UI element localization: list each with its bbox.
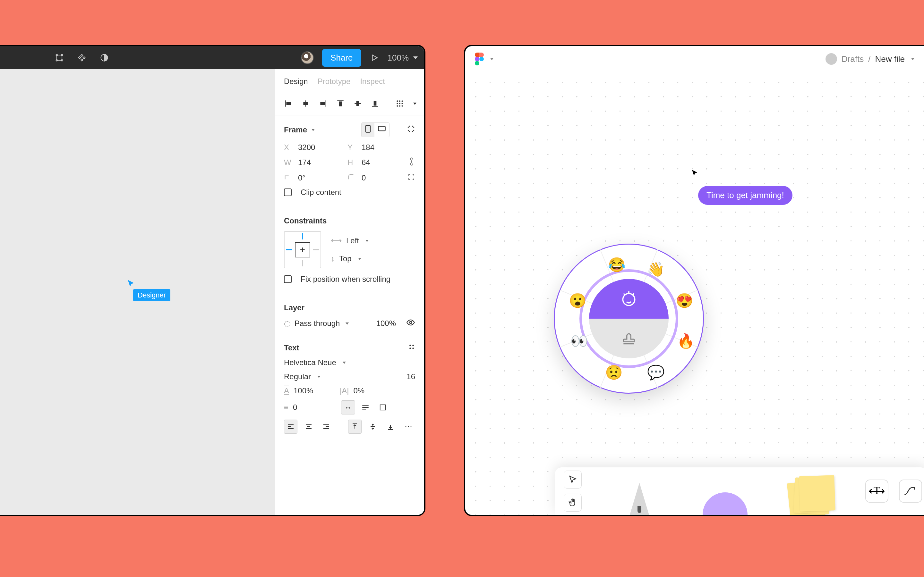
x-input[interactable]: 3200 [298, 143, 333, 152]
fixed-size-icon[interactable] [376, 400, 390, 414]
w-input[interactable]: 174 [298, 158, 333, 167]
text-align-top-icon[interactable] [348, 420, 362, 434]
resize-to-fit-icon[interactable] [407, 125, 415, 135]
tab-design[interactable]: Design [284, 77, 308, 86]
zoom-level[interactable]: 100% [388, 53, 418, 63]
portrait-icon[interactable] [362, 123, 375, 137]
constraints-widget[interactable]: + [284, 231, 321, 268]
figjam-header: Drafts / New file [465, 46, 924, 72]
text-styles-icon[interactable] [408, 343, 415, 352]
auto-width-icon[interactable]: ↔ [341, 400, 355, 414]
svg-point-23 [401, 103, 403, 104]
emoji-heart-eyes[interactable]: 😍 [676, 293, 692, 309]
constraint-h-icon: ⟷ [331, 236, 342, 245]
emoji-surprised[interactable]: 😮 [570, 293, 586, 309]
breadcrumb-drafts[interactable]: Drafts [842, 54, 864, 64]
figjam-user-avatar[interactable] [825, 53, 837, 65]
rotation-icon [284, 173, 294, 182]
filename-dropdown-icon[interactable] [911, 58, 914, 60]
hand-tool-icon[interactable] [564, 494, 582, 512]
svg-point-25 [399, 105, 401, 106]
text-align-right-icon[interactable] [320, 420, 333, 434]
text-align-middle-icon[interactable] [366, 420, 380, 434]
design-canvas[interactable]: Designer [0, 69, 275, 515]
select-tool-icon[interactable] [564, 471, 582, 488]
figjam-canvas[interactable]: Time to get jamming! 😂 👋 😍 🔥 💬 😟 [465, 72, 924, 515]
main-menu-dropdown-icon[interactable] [490, 58, 493, 60]
visibility-icon[interactable] [406, 318, 415, 329]
figma-logo-icon[interactable] [475, 53, 484, 65]
letter-spacing-input[interactable]: 0% [354, 386, 365, 395]
align-bottom-icon[interactable] [369, 98, 381, 109]
constrain-proportions-icon[interactable] [408, 157, 415, 168]
share-button[interactable]: Share [322, 49, 361, 67]
blend-mode-dropdown[interactable]: Pass through [294, 319, 340, 328]
connector-tool-button[interactable] [899, 480, 922, 503]
svg-point-18 [397, 100, 398, 102]
tidy-up-icon[interactable] [394, 98, 405, 109]
shape-tool[interactable] [698, 467, 752, 515]
emoji-reaction-wheel[interactable]: 😂 👋 😍 🔥 💬 😟 👀 😮 [554, 243, 704, 394]
landscape-icon[interactable] [375, 123, 389, 137]
align-more-icon[interactable] [413, 103, 417, 105]
constraint-horizontal-dropdown[interactable]: Left [346, 236, 359, 245]
font-size-input[interactable]: 16 [389, 372, 415, 381]
text-align-center-icon[interactable] [302, 420, 315, 434]
breadcrumb-filename[interactable]: New file [875, 54, 905, 64]
emoji-speech[interactable]: 💬 [648, 364, 664, 380]
align-right-icon[interactable] [317, 98, 329, 109]
h-input[interactable]: 64 [362, 158, 397, 167]
frame-preset-dropdown-icon[interactable] [312, 129, 315, 131]
sticky-note-tool[interactable] [783, 467, 838, 515]
emoji-sad[interactable]: 😟 [606, 364, 622, 380]
layer-section: Layer ◌ Pass through 100% [275, 296, 424, 336]
corner-radius-icon [347, 173, 357, 182]
text-align-left-icon[interactable] [284, 420, 297, 434]
font-weight-dropdown[interactable]: Regular [284, 372, 311, 381]
svg-point-32 [409, 348, 411, 349]
frame-tool-icon[interactable] [55, 53, 64, 63]
emoji-eyes[interactable]: 👀 [572, 333, 588, 349]
line-height-input[interactable]: 100% [294, 386, 326, 395]
components-icon[interactable] [77, 53, 87, 63]
corner-radius-input[interactable]: 0 [362, 173, 397, 182]
clip-content-checkbox[interactable] [284, 189, 292, 196]
user-avatar[interactable] [301, 51, 314, 64]
align-vcenter-icon[interactable] [352, 98, 363, 109]
font-family-dropdown[interactable]: Helvetica Neue [284, 358, 336, 367]
collaborator-name-tag: Designer [133, 289, 170, 301]
paragraph-spacing-input[interactable]: 0 [293, 403, 325, 412]
emoji-laugh[interactable]: 😂 [609, 257, 625, 273]
present-icon[interactable] [370, 53, 379, 63]
panel-tabs: Design Prototype Inspect [275, 69, 424, 92]
independent-corners-icon[interactable] [407, 173, 415, 183]
constraint-vertical-dropdown[interactable]: Top [339, 254, 352, 263]
rotation-input[interactable]: 0° [298, 173, 333, 182]
orientation-toggle[interactable] [361, 122, 389, 137]
svg-point-20 [401, 100, 403, 102]
auto-height-icon[interactable] [359, 400, 373, 414]
tab-inspect[interactable]: Inspect [360, 77, 384, 86]
y-input[interactable]: 184 [362, 143, 397, 152]
mask-icon[interactable] [99, 53, 109, 63]
text-tool-button[interactable]: ⟷T [865, 480, 888, 503]
text-title: Text [284, 343, 299, 352]
fix-position-checkbox[interactable] [284, 276, 292, 283]
figma-design-window: Share 100% Designer Design Prototype Ins… [0, 45, 425, 516]
svg-point-24 [397, 105, 398, 106]
align-hcenter-icon[interactable] [300, 98, 312, 109]
align-top-icon[interactable] [334, 98, 346, 109]
tab-prototype[interactable]: Prototype [318, 77, 351, 86]
marker-tool[interactable] [612, 467, 667, 515]
svg-point-26 [401, 105, 403, 106]
layer-title: Layer [284, 303, 304, 312]
text-align-bottom-icon[interactable] [384, 420, 397, 434]
emoji-fire[interactable]: 🔥 [678, 333, 694, 349]
svg-rect-9 [304, 103, 308, 105]
emoji-wave[interactable]: 👋 [648, 261, 664, 277]
opacity-input[interactable]: 100% [376, 319, 396, 328]
align-left-icon[interactable] [283, 98, 294, 109]
svg-rect-37 [380, 405, 386, 410]
text-more-options-icon[interactable]: ⋯ [402, 420, 415, 434]
collaborator-cursor [127, 279, 136, 288]
